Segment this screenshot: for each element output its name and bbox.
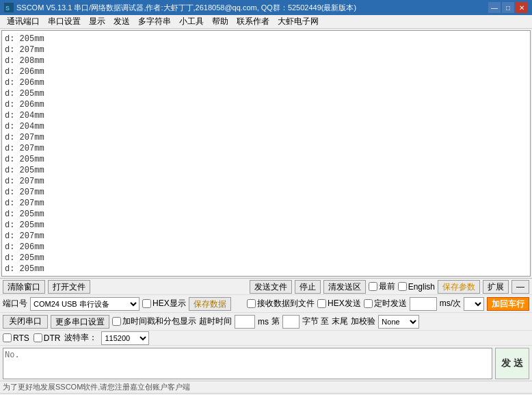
recv-file-checkbox[interactable]	[247, 299, 256, 308]
menu-item-大虾电子网[interactable]: 大虾电子网	[274, 14, 323, 29]
hex-display-checkbox[interactable]	[142, 299, 151, 308]
open-file-button[interactable]: 打开文件	[48, 280, 90, 294]
dtr-label[interactable]: DTR	[34, 333, 61, 343]
notice-text: 为了更好地发展SSCOM软件,请您注册嘉立创账户客户端	[3, 383, 190, 391]
menu-item-小工具[interactable]: 小工具	[175, 14, 208, 29]
terminal-line: d: 205mm	[5, 165, 527, 176]
add-time-checkbox[interactable]	[112, 317, 121, 326]
checksum-label: 加校验	[351, 316, 375, 327]
save-params-button[interactable]: 保存参数	[438, 280, 480, 294]
hex-display-label[interactable]: HEX显示	[142, 298, 186, 309]
window-controls: — □ ✕	[488, 2, 528, 13]
send-button[interactable]: 发 送	[495, 348, 529, 379]
english-checkbox-label[interactable]: English	[398, 282, 435, 292]
dtr-checkbox[interactable]	[34, 333, 42, 342]
hex-send-label[interactable]: HEX发送	[317, 298, 361, 309]
terminal-line: d: 206mm	[5, 242, 527, 253]
baudrate-label: 波特率：	[64, 332, 97, 344]
terminal-line: d: 206mm	[5, 99, 527, 110]
terminal-line: d: 205mm	[5, 220, 527, 231]
interval-unit-select[interactable]	[464, 297, 484, 311]
bottom-toolbar: 清除窗口 打开文件 发送文件 停止 清发送区 最前 English 保存参数 扩…	[0, 278, 532, 294]
maximize-button[interactable]: □	[502, 2, 514, 13]
english-checkbox[interactable]	[398, 282, 407, 291]
rts-row: RTS DTR 波特率： 115200	[0, 330, 532, 345]
ms-label: ms	[258, 317, 269, 327]
expand-button[interactable]: 扩展	[483, 280, 509, 294]
page-label2: 字节 至	[302, 316, 329, 327]
clear-send-button[interactable]: 清发送区	[323, 280, 366, 294]
menu-item-联系作者[interactable]: 联系作者	[232, 14, 274, 29]
menu-bar: 通讯端口串口设置显示发送多字符串小工具帮助联系作者大虾电子网	[0, 15, 532, 29]
send-area: 发 送	[0, 345, 532, 381]
svg-text:S: S	[5, 5, 10, 12]
timeout-label: 超时时间	[199, 316, 232, 327]
menu-item-多字符串[interactable]: 多字符串	[134, 14, 175, 29]
close-port-button[interactable]: 关闭串口	[3, 315, 48, 329]
settings-row: 端口号 COM24 USB 串行设备 HEX显示 保存数据 接收数据到文件 HE…	[0, 294, 532, 312]
terminal-line: d: 207mm	[5, 187, 527, 198]
clear-window-button[interactable]: 清除窗口	[3, 280, 45, 294]
app-icon: S	[4, 3, 14, 12]
port-select[interactable]: COM24 USB 串行设备	[30, 297, 139, 311]
last-checkbox[interactable]	[369, 282, 377, 291]
minimize-button[interactable]: —	[488, 2, 501, 13]
stop-button[interactable]: 停止	[295, 280, 321, 294]
menu-item-显示[interactable]: 显示	[85, 14, 109, 29]
title-bar: S SSCOM V5.13.1 串口/网络数据调试器,作者:大虾丁丁,26180…	[0, 0, 532, 15]
terminal-line: d: 208mm	[5, 55, 527, 66]
add-enter-button[interactable]: 加回车行	[487, 297, 529, 311]
last-checkbox-label[interactable]: 最前	[369, 281, 395, 292]
send-input[interactable]	[3, 348, 492, 379]
terminal-line: d: 205mm	[5, 253, 527, 264]
terminal-line: d: 207mm	[5, 143, 527, 154]
terminal-output[interactable]: d: 215mmd: 212mmd: 212mmd: 212mmd: 213mm…	[1, 30, 531, 277]
tail-label: 末尾	[332, 316, 348, 327]
interval-unit: ms/次	[440, 298, 461, 309]
menu-item-帮助[interactable]: 帮助	[208, 14, 232, 29]
app-title: SSCOM V5.13.1 串口/网络数据调试器,作者:大虾丁丁,2618058…	[16, 3, 488, 13]
send-file-button[interactable]: 发送文件	[250, 280, 292, 294]
terminal-line: d: 204mm	[5, 121, 527, 132]
add-time-label[interactable]: 加时间戳和分包显示	[112, 316, 196, 327]
timed-send-checkbox[interactable]	[364, 299, 373, 308]
recv-file-label[interactable]: 接收数据到文件	[247, 298, 315, 309]
rts-label[interactable]: RTS	[3, 333, 29, 343]
terminal-line: d: 204mm	[5, 110, 527, 121]
terminal-line: d: 205mm	[5, 88, 527, 99]
baudrate-select[interactable]: 115200	[101, 331, 149, 345]
port-label: 端口号	[3, 298, 27, 309]
more-settings-button[interactable]: 更多串口设置	[51, 315, 109, 329]
terminal-line: d: 205mm	[5, 154, 527, 165]
checksum-select[interactable]: None	[378, 315, 419, 329]
save-data-button[interactable]: 保存数据	[189, 297, 231, 311]
rts-checkbox[interactable]	[3, 333, 12, 342]
interval-input[interactable]: 1000	[410, 297, 437, 311]
close-button[interactable]: ✕	[516, 2, 528, 13]
terminal-line: d: 205mm	[5, 34, 527, 44]
page-label: 第	[271, 316, 280, 327]
terminal-line: d: 207mm	[5, 132, 527, 143]
hex-send-checkbox[interactable]	[317, 299, 326, 308]
terminal-line: d: 207mm	[5, 44, 527, 55]
expand-dash-button[interactable]: —	[511, 280, 529, 294]
terminal-line: d: 206mm	[5, 77, 527, 88]
menu-item-发送[interactable]: 发送	[109, 14, 134, 29]
terminal-line: d: 207mm	[5, 176, 527, 187]
control-row: 关闭串口 更多串口设置 加时间戳和分包显示 超时时间 20 ms 第 1 字节 …	[0, 312, 532, 330]
terminal-line: d: 206mm	[5, 66, 527, 77]
terminal-line: d: 205mm	[5, 209, 527, 220]
menu-item-串口设置[interactable]: 串口设置	[44, 14, 85, 29]
menu-item-通讯端口[interactable]: 通讯端口	[3, 14, 44, 29]
page-input[interactable]: 1	[282, 315, 300, 329]
notice-bar: 为了更好地发展SSCOM软件,请您注册嘉立创账户客户端	[0, 381, 532, 393]
timed-send-label[interactable]: 定时发送	[364, 298, 407, 309]
terminal-line: d: 207mm	[5, 231, 527, 242]
terminal-line: d: 207mm	[5, 198, 527, 209]
terminal-line: d: 205mm	[5, 264, 527, 275]
timeout-input[interactable]: 20	[235, 315, 255, 329]
